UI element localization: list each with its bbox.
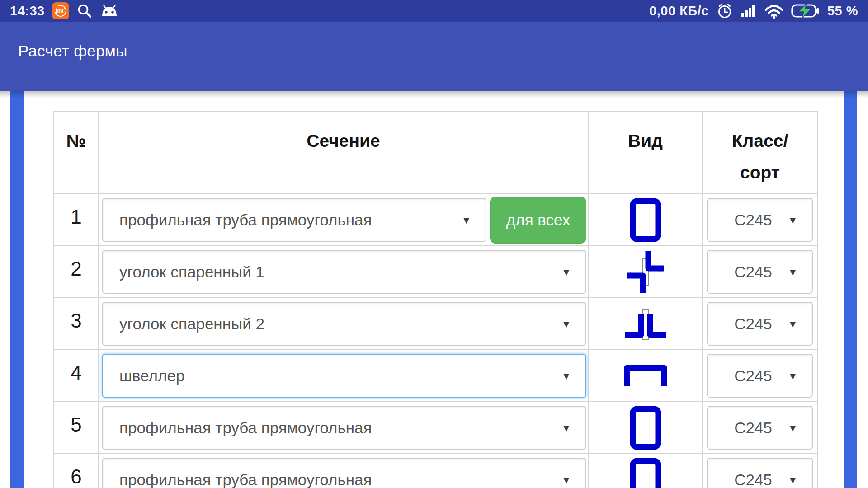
section-select[interactable]: швеллер ▼ [102,354,586,398]
section-select-value: уголок спаренный 2 [119,315,264,333]
section-select-value: профильная труба прямоугольная [119,211,372,229]
section-select[interactable]: профильная труба прямоугольная ▼ [102,406,586,450]
table-row: 3 уголок спаренный 2 ▼ С245 ▼ [54,298,817,350]
wifi-icon [764,3,784,19]
clock-text: 14:33 [10,4,45,19]
rect-tube-icon [629,423,662,431]
table-row: 6 профильная труба прямоугольная ▼ С245 … [54,454,817,488]
chevron-down-icon: ▼ [788,371,797,380]
section-select[interactable]: уголок спаренный 2 ▼ [102,302,586,346]
grade-select-value: С245 [734,471,772,488]
signal-strength-icon [741,4,757,18]
chevron-down-icon: ▼ [561,475,571,484]
section-select-value: профильная труба прямоугольная [119,471,372,488]
page-title: Расчет фермы [18,42,127,60]
channel-icon [623,371,668,379]
chevron-down-icon: ▼ [788,475,797,484]
grade-select[interactable]: С245 ▼ [707,354,813,398]
chevron-down-icon: ▼ [561,319,571,328]
table-row: 5 профильная труба прямоугольная ▼ С245 … [54,402,817,454]
paired-angle-cross-icon [625,267,666,275]
android-icon [100,4,119,18]
search-icon [76,3,93,19]
section-select[interactable]: уголок спаренный 1 ▼ [102,250,586,294]
header-view: Вид [588,111,703,194]
grade-select[interactable]: С245 ▼ [707,302,813,346]
chevron-down-icon: ▼ [561,371,571,380]
row-number: 2 [54,246,99,298]
rect-tube-icon [629,216,662,223]
sections-table: № Сечение Вид Класс/ сорт 1 профильная т… [53,111,818,488]
row-number: 1 [54,194,99,246]
chevron-down-icon: ▼ [788,423,797,432]
alarm-icon [716,2,733,19]
section-select-value: швеллер [119,367,184,385]
row-number: 5 [54,402,99,454]
grade-select[interactable]: С245 ▼ [707,458,813,488]
content-area: № Сечение Вид Класс/ сорт 1 профильная т… [0,91,868,488]
network-speed-text: 0,00 КБ/с [649,4,709,19]
chevron-down-icon: ▼ [561,267,571,277]
paired-angle-tee-icon [622,319,669,327]
grade-select[interactable]: С245 ▼ [707,406,813,450]
grade-select-value: С245 [734,211,772,229]
table-row: 1 профильная труба прямоугольная ▼ для в… [54,194,817,246]
header-section: Сечение [99,111,588,194]
app-bar: Расчет фермы [0,22,868,91]
table-row: 2 уголок спаренный 1 ▼ С245 ▼ [54,246,817,298]
section-select[interactable]: профильная труба прямоугольная ▼ [102,458,586,488]
row-number: 6 [54,454,99,488]
row-number: 4 [54,350,99,402]
section-select-value: уголок спаренный 1 [119,263,264,281]
apply-to-all-button[interactable]: для всех [490,197,586,244]
battery-percent-text: 55 % [827,4,858,19]
grade-select-value: С245 [734,315,772,333]
chevron-down-icon: ▼ [788,319,797,328]
header-number: № [54,111,99,194]
chevron-down-icon: ▼ [788,215,797,225]
table-header-row: № Сечение Вид Класс/ сорт [54,111,817,194]
table-row: 4 швеллер ▼ С245 ▼ [54,350,817,402]
chevron-down-icon: ▼ [462,215,471,225]
chevron-down-icon: ▼ [561,423,571,432]
grade-select[interactable]: С245 ▼ [707,250,813,294]
section-select-value: профильная труба прямоугольная [119,419,372,437]
battery-charging-icon [791,3,820,19]
rect-tube-icon [629,475,662,483]
grade-select-value: С245 [734,419,772,437]
grade-select[interactable]: С245 ▼ [707,198,813,242]
status-bar: 14:33 mi 0,00 КБ/с [0,0,868,22]
row-number: 3 [54,298,99,350]
mi-fit-icon: mi [52,2,69,19]
right-edge-stripe [844,91,857,488]
header-grade: Класс/ сорт [703,111,817,194]
grade-select-value: С245 [734,263,772,281]
grade-select-value: С245 [734,367,772,385]
left-edge-stripe [10,91,24,488]
chevron-down-icon: ▼ [788,267,797,277]
section-select[interactable]: профильная труба прямоугольная ▼ [102,198,486,242]
